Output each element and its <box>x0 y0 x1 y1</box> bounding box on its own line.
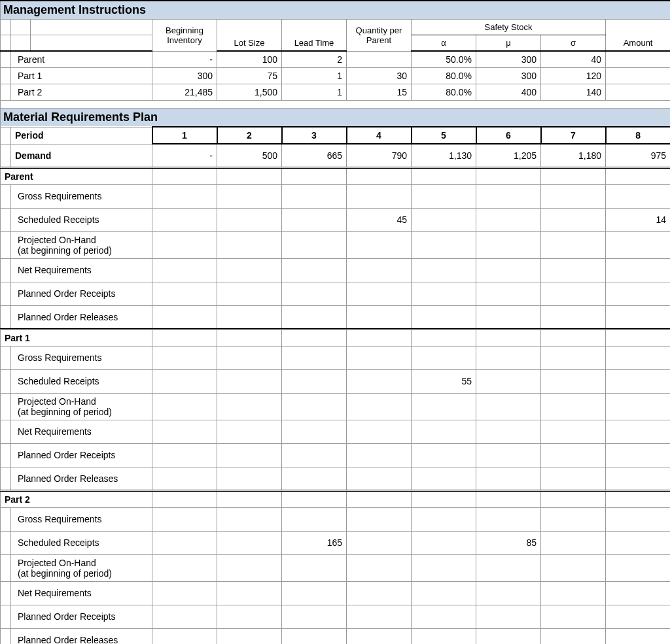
period-cell[interactable]: 5 <box>412 127 476 144</box>
data-cell[interactable] <box>476 507 541 531</box>
data-cell[interactable]: 45 <box>347 208 412 231</box>
data-cell[interactable] <box>282 467 347 490</box>
cell-lead-time[interactable]: 2 <box>282 51 347 68</box>
data-cell[interactable] <box>606 167 671 184</box>
data-cell[interactable] <box>347 554 412 581</box>
data-cell[interactable] <box>606 628 671 644</box>
data-cell[interactable] <box>217 231 282 258</box>
data-cell[interactable] <box>606 531 671 554</box>
data-cell[interactable] <box>217 393 282 420</box>
data-cell[interactable] <box>476 305 541 329</box>
data-cell[interactable] <box>606 346 671 369</box>
period-cell[interactable]: 3 <box>282 127 347 144</box>
data-cell[interactable] <box>347 467 412 490</box>
data-cell[interactable] <box>412 393 476 420</box>
cell-begin-inv[interactable]: 300 <box>152 68 217 84</box>
data-cell[interactable] <box>541 329 606 346</box>
cell-alpha[interactable]: 80.0% <box>412 84 476 101</box>
data-cell[interactable] <box>541 554 606 581</box>
data-cell[interactable] <box>541 346 606 369</box>
data-cell[interactable] <box>476 581 541 605</box>
cell-amount[interactable] <box>606 68 671 84</box>
data-cell[interactable] <box>347 346 412 369</box>
data-cell[interactable] <box>217 628 282 644</box>
data-cell[interactable] <box>412 605 476 628</box>
data-cell[interactable] <box>282 282 347 305</box>
data-cell[interactable] <box>152 605 217 628</box>
data-cell[interactable] <box>282 554 347 581</box>
data-cell[interactable]: 85 <box>476 531 541 554</box>
data-cell[interactable] <box>412 628 476 644</box>
data-cell[interactable] <box>412 581 476 605</box>
data-cell[interactable] <box>217 305 282 329</box>
cell-qty-parent[interactable]: 30 <box>347 68 412 84</box>
data-cell[interactable] <box>541 282 606 305</box>
data-cell[interactable] <box>282 258 347 282</box>
data-cell[interactable] <box>217 329 282 346</box>
data-cell[interactable] <box>152 467 217 490</box>
data-cell[interactable] <box>476 420 541 443</box>
data-cell[interactable] <box>347 258 412 282</box>
data-cell[interactable] <box>606 231 671 258</box>
data-cell[interactable] <box>152 369 217 393</box>
demand-cell[interactable]: 665 <box>282 144 347 167</box>
data-cell[interactable] <box>347 443 412 467</box>
data-cell[interactable] <box>282 167 347 184</box>
data-cell[interactable] <box>282 369 347 393</box>
cell-amount[interactable] <box>606 51 671 68</box>
period-cell[interactable]: 1 <box>152 127 217 144</box>
cell-mu[interactable]: 300 <box>476 51 541 68</box>
data-cell[interactable] <box>541 628 606 644</box>
data-cell[interactable] <box>412 467 476 490</box>
data-cell[interactable] <box>217 167 282 184</box>
data-cell[interactable] <box>217 420 282 443</box>
data-cell[interactable]: 165 <box>282 531 347 554</box>
data-cell[interactable] <box>476 329 541 346</box>
data-cell[interactable] <box>606 258 671 282</box>
cell-lead-time[interactable]: 1 <box>282 84 347 101</box>
data-cell[interactable] <box>282 581 347 605</box>
data-cell[interactable] <box>541 258 606 282</box>
cell-alpha[interactable]: 50.0% <box>412 51 476 68</box>
data-cell[interactable] <box>152 346 217 369</box>
data-cell[interactable] <box>347 167 412 184</box>
data-cell[interactable] <box>217 369 282 393</box>
data-cell[interactable] <box>347 628 412 644</box>
cell-amount[interactable] <box>606 84 671 101</box>
data-cell[interactable] <box>217 208 282 231</box>
data-cell[interactable] <box>347 420 412 443</box>
data-cell[interactable] <box>347 531 412 554</box>
data-cell[interactable] <box>476 467 541 490</box>
data-cell[interactable] <box>152 231 217 258</box>
data-cell[interactable] <box>347 369 412 393</box>
data-cell[interactable] <box>347 581 412 605</box>
cell-sigma[interactable]: 140 <box>541 84 606 101</box>
data-cell[interactable] <box>152 581 217 605</box>
data-cell[interactable] <box>217 554 282 581</box>
data-cell[interactable] <box>606 507 671 531</box>
cell-qty-parent[interactable]: 15 <box>347 84 412 101</box>
data-cell[interactable] <box>217 258 282 282</box>
data-cell[interactable] <box>412 329 476 346</box>
data-cell[interactable] <box>476 628 541 644</box>
data-cell[interactable] <box>152 554 217 581</box>
data-cell[interactable] <box>541 184 606 208</box>
data-cell[interactable] <box>541 531 606 554</box>
data-cell[interactable] <box>152 167 217 184</box>
data-cell[interactable] <box>217 443 282 467</box>
data-cell[interactable] <box>606 581 671 605</box>
data-cell[interactable] <box>606 369 671 393</box>
demand-cell[interactable]: - <box>152 144 217 167</box>
data-cell[interactable] <box>152 305 217 329</box>
cell-sigma[interactable]: 120 <box>541 68 606 84</box>
data-cell[interactable] <box>476 369 541 393</box>
data-cell[interactable] <box>152 507 217 531</box>
data-cell[interactable]: 14 <box>606 208 671 231</box>
data-cell[interactable] <box>476 443 541 467</box>
data-cell[interactable] <box>412 282 476 305</box>
data-cell[interactable] <box>152 443 217 467</box>
period-cell[interactable]: 6 <box>476 127 541 144</box>
data-cell[interactable] <box>606 282 671 305</box>
data-cell[interactable] <box>606 184 671 208</box>
data-cell[interactable] <box>152 628 217 644</box>
